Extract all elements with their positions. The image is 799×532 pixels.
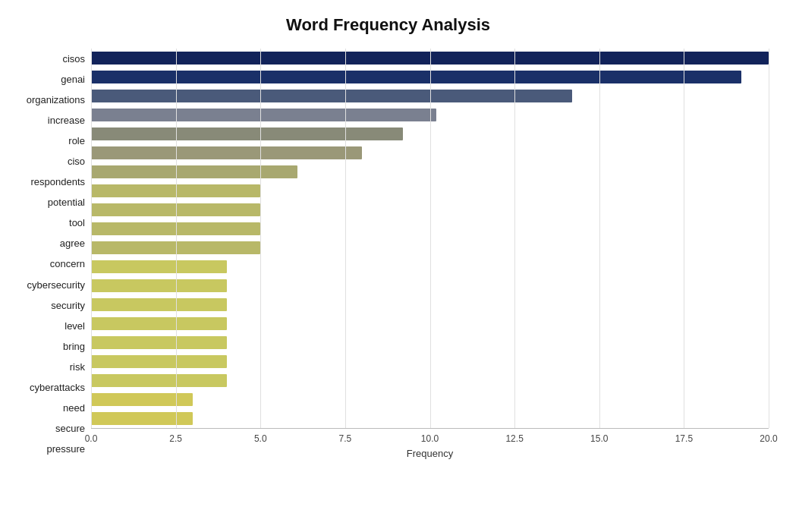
bar-row xyxy=(91,295,769,314)
y-label: potential xyxy=(48,197,85,207)
bar xyxy=(91,374,227,388)
bar xyxy=(91,279,227,293)
y-label: respondents xyxy=(30,177,85,187)
bars-and-xaxis: 0.02.55.07.510.012.515.017.520.0 Frequen… xyxy=(91,49,769,459)
bar-row xyxy=(91,390,769,409)
x-tick: 10.0 xyxy=(421,433,439,444)
x-tick: 15.0 xyxy=(590,433,608,444)
bar xyxy=(91,71,741,84)
y-label: concern xyxy=(50,259,85,269)
bars-grid xyxy=(91,49,769,428)
bar-row xyxy=(91,49,769,68)
bar xyxy=(91,336,227,350)
x-tick: 17.5 xyxy=(675,433,693,444)
y-label: genai xyxy=(61,74,85,84)
y-label: organizations xyxy=(27,95,85,105)
x-tick: 0.0 xyxy=(85,433,98,444)
bar-row xyxy=(91,333,769,352)
y-label: security xyxy=(51,301,85,310)
y-label: increase xyxy=(48,115,85,125)
x-tick: 2.5 xyxy=(169,433,182,444)
y-label: cisos xyxy=(62,54,85,64)
grid-line xyxy=(769,49,769,428)
bar xyxy=(91,165,297,179)
bar-row xyxy=(91,276,769,295)
bar xyxy=(91,109,436,122)
chart-container: Word Frequency Analysis cisosgenaiorgani… xyxy=(0,0,799,532)
y-label: bring xyxy=(63,342,85,351)
y-labels: cisosgenaiorganizationsincreaserolecisor… xyxy=(8,49,91,459)
bar xyxy=(91,222,260,236)
bar-row xyxy=(91,257,769,276)
bar-row xyxy=(91,143,769,162)
y-label: need xyxy=(63,403,85,413)
bar-row xyxy=(91,371,769,390)
bar-row xyxy=(91,124,769,143)
bar xyxy=(91,146,362,160)
bar xyxy=(91,260,227,274)
bar-row xyxy=(91,105,769,124)
bar xyxy=(91,90,572,103)
bar xyxy=(91,241,260,255)
bar xyxy=(91,52,769,65)
y-label: cyberattacks xyxy=(30,382,85,392)
y-label: role xyxy=(68,136,85,146)
chart-title: Word Frequency Analysis xyxy=(8,15,769,35)
x-axis: 0.02.55.07.510.012.515.017.520.0 xyxy=(91,428,769,443)
bar-row xyxy=(91,352,769,371)
x-tick: 5.0 xyxy=(254,433,267,444)
y-label: tool xyxy=(69,218,85,228)
x-tick: 20.0 xyxy=(760,433,777,444)
bar xyxy=(91,127,403,141)
bar xyxy=(91,393,193,407)
chart-area: cisosgenaiorganizationsincreaserolecisor… xyxy=(8,49,769,459)
bar xyxy=(91,203,260,217)
bar xyxy=(91,355,227,369)
bar xyxy=(91,317,227,331)
bar-row xyxy=(91,200,769,219)
y-label: secure xyxy=(55,423,85,433)
x-tick: 12.5 xyxy=(505,433,523,444)
bar-row xyxy=(91,314,769,333)
bar-row xyxy=(91,87,769,105)
bar-row xyxy=(91,409,769,428)
y-label: level xyxy=(64,321,85,331)
y-label: risk xyxy=(70,362,85,372)
y-label: cybersecurity xyxy=(27,280,85,290)
bar-row xyxy=(91,219,769,238)
bar xyxy=(91,412,193,426)
bar-row xyxy=(91,181,769,200)
x-tick: 7.5 xyxy=(339,433,352,444)
bar xyxy=(91,298,227,312)
y-label: pressure xyxy=(46,444,85,454)
y-label: ciso xyxy=(68,156,85,166)
x-axis-label: Frequency xyxy=(91,448,769,459)
y-label: agree xyxy=(60,238,85,248)
bar-row xyxy=(91,68,769,87)
bar-row xyxy=(91,238,769,257)
bar xyxy=(91,184,260,198)
bar-row xyxy=(91,162,769,181)
